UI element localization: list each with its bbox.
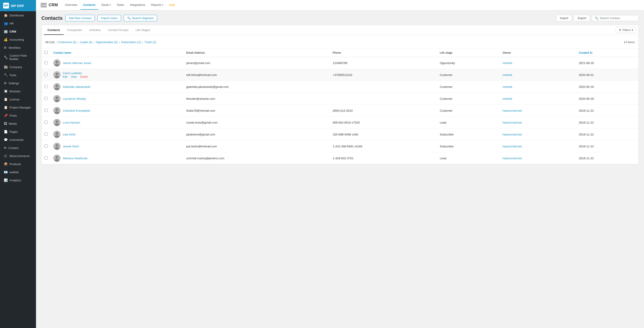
topnav-integrations[interactable]: Integrations	[127, 0, 148, 10]
select-all-checkbox[interactable]	[44, 51, 48, 54]
row-life-stage: Customer	[437, 105, 500, 117]
topnav-overview[interactable]: Overview	[62, 0, 80, 10]
contacts-table-body: James Harman Junior Edit · View · Delete…	[42, 57, 638, 164]
sidebar-item-comments[interactable]: 💬 Comments	[0, 136, 36, 144]
owner-link[interactable]: mehedi	[502, 85, 512, 89]
sidebar-item-posts[interactable]: 📌 Posts	[0, 111, 36, 120]
sidebar-item-label: License	[10, 98, 20, 101]
workflow-icon: ⚙	[4, 46, 7, 49]
row-checkbox[interactable]	[44, 145, 48, 148]
contact-name-link[interactable]: Celestine Konopelski	[63, 109, 90, 112]
svg-point-22	[55, 135, 59, 138]
sidebar-item-wemail[interactable]: 📧 weMail	[0, 168, 36, 176]
avatar	[53, 119, 60, 126]
sidebar-logo[interactable]: WP WP ERP	[0, 0, 36, 11]
row-email: mante.lexie@gmail.com	[184, 117, 330, 129]
add-new-contact-button[interactable]: Add New Contact	[65, 15, 95, 21]
filter-leads[interactable]: Leads (4)	[80, 40, 92, 44]
sidebar-item-tools[interactable]: 🔨 Tools	[0, 71, 36, 79]
owner-link[interactable]: mehedi	[502, 61, 512, 65]
row-checkbox[interactable]	[44, 97, 48, 100]
sidebar-item-woocommerce[interactable]: 🛒 WooCommerce	[0, 152, 36, 160]
row-checkbox[interactable]	[44, 156, 48, 160]
row-checkbox[interactable]	[44, 85, 48, 88]
filter-subscribers[interactable]: Subscribers (2)	[121, 40, 141, 44]
edit-action[interactable]: Edit	[63, 75, 68, 78]
owner-link[interactable]: mehedi	[502, 97, 512, 100]
row-life-stage: Customer	[437, 93, 500, 105]
tab-contact-groups[interactable]: Contact Groups	[104, 26, 132, 35]
topnav-tasks[interactable]: Tasks	[114, 0, 127, 10]
topnav-help[interactable]: Help	[166, 0, 178, 10]
row-contact-name-cell: Laurianne Wisoky Edit · View · Delete	[51, 93, 184, 105]
owner-link[interactable]: hasinurrahman	[502, 145, 522, 148]
sidebar-item-analytics[interactable]: 📊 Analytics	[0, 176, 36, 184]
sidebar-item-company[interactable]: 🏬 Company	[0, 63, 36, 71]
row-created-at: 2021-06-29	[576, 57, 638, 69]
sidebar-item-dashboard[interactable]: 🏠 Dashboard	[0, 11, 36, 19]
search-contact-input[interactable]	[600, 16, 636, 20]
contact-name-link[interactable]: Luna Hansen	[63, 121, 80, 124]
contact-name-link[interactable]: James Harman Junior	[63, 61, 91, 65]
row-checkbox[interactable]	[44, 133, 48, 136]
col-header-contact-name[interactable]: Contact name	[51, 48, 184, 57]
sidebar-item-license[interactable]: 📋 License	[0, 95, 36, 103]
sidebar-item-settings[interactable]: ⚙ Settings	[0, 79, 36, 87]
filter-customers[interactable]: Customers (5)	[58, 40, 76, 44]
settings-icon: ⚙	[4, 81, 7, 85]
filters-button[interactable]: ▼ Filters ▾	[616, 27, 636, 33]
sidebar-item-hr[interactable]: 👥 HR	[0, 19, 36, 27]
filter-all[interactable]: All (14)	[45, 40, 54, 44]
row-owner: hasinurrahman	[500, 105, 576, 117]
row-checkbox[interactable]	[44, 121, 48, 124]
row-checkbox[interactable]	[44, 109, 48, 112]
row-owner: hasinurrahman	[500, 117, 576, 129]
contact-name-link[interactable]: Laurianne Wisoky	[63, 97, 86, 100]
view-action[interactable]: View	[71, 75, 77, 78]
sidebar-item-pages[interactable]: 📄 Pages	[0, 128, 36, 136]
contact-name-link[interactable]: Jeanie Dach	[63, 145, 79, 148]
tab-activities[interactable]: Activities	[86, 26, 104, 35]
owner-link[interactable]: mehedi	[502, 73, 512, 77]
tab-companies[interactable]: Companies	[64, 26, 86, 35]
topnav-reports[interactable]: Reports ▾	[148, 0, 166, 10]
owner-link[interactable]: hasinurrahman	[502, 109, 522, 112]
import-button[interactable]: Import	[556, 15, 572, 21]
row-email: will.hilma@hotmail.com	[184, 69, 330, 81]
row-checkbox[interactable]	[44, 61, 48, 64]
topnav-deals[interactable]: Deals ▾	[99, 0, 114, 10]
col-header-owner: Owner	[500, 48, 576, 57]
svg-point-28	[55, 159, 59, 162]
tab-contacts[interactable]: Contacts	[44, 26, 64, 35]
sidebar-item-media[interactable]: 🖼 Media	[0, 120, 36, 128]
topnav-contacts[interactable]: Contacts	[80, 0, 98, 10]
sidebar-item-workflow[interactable]: ⚙ Workflow	[0, 44, 36, 52]
svg-point-15	[56, 108, 58, 111]
sidebar-item-products[interactable]: 📦 Products	[0, 160, 36, 168]
owner-link[interactable]: hasinurrahman	[502, 157, 522, 160]
owner-link[interactable]: hasinurrahman	[502, 121, 522, 124]
sidebar-item-label: HR	[10, 22, 14, 25]
sidebar-item-accounting[interactable]: 💰 Accounting	[0, 35, 36, 44]
row-checkbox[interactable]	[44, 73, 48, 76]
export-button[interactable]: Export	[574, 15, 590, 21]
sidebar-item-project-manager[interactable]: 📋 Project Manager	[0, 103, 36, 111]
contact-name-link[interactable]: Gabriella Jakubowski	[63, 85, 90, 89]
tabs-right-actions: ▼ Filters ▾	[616, 25, 636, 35]
col-header-created-at[interactable]: Created At	[576, 48, 638, 57]
owner-link[interactable]: hasinurrahman	[502, 133, 522, 136]
delete-action[interactable]: Delete	[80, 75, 88, 78]
contact-name-link[interactable]: Carol Lueilwitz	[63, 71, 82, 75]
sidebar-item-modules[interactable]: 🔲 Modules	[0, 87, 36, 95]
filter-opportunities[interactable]: Opportunities (3)	[96, 40, 118, 44]
import-users-button[interactable]: Import Users	[98, 15, 121, 21]
contact-name-link[interactable]: Lela Kirlin	[63, 133, 76, 136]
tab-life-stages[interactable]: Life Stages	[132, 26, 154, 35]
contact-name-link[interactable]: Mariana Heathcote	[63, 157, 88, 160]
sidebar-item-custom-field-builder[interactable]: 🔧 Custom Field Builder	[0, 52, 36, 63]
avatar-cell: Jeanie Dach Edit · View · Delete	[53, 143, 181, 150]
filter-trash[interactable]: Trash (2)	[144, 40, 156, 44]
search-segment-button[interactable]: 🔍 Search Segment	[124, 15, 157, 21]
sidebar-item-contact[interactable]: ✉ Contact	[0, 144, 36, 152]
sidebar-item-crm[interactable]: 🏢 CRM	[0, 27, 36, 35]
